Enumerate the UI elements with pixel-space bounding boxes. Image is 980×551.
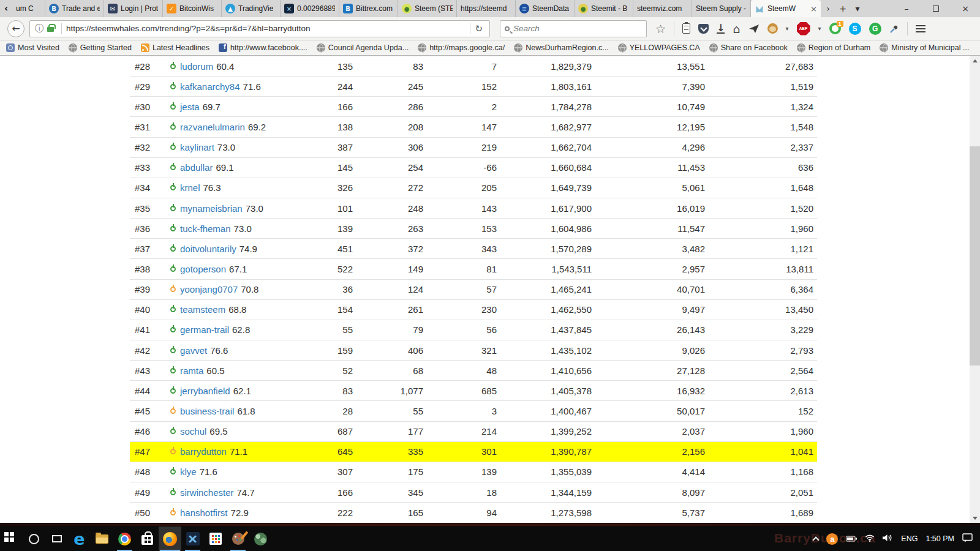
new-tab-button[interactable]: + — [835, 0, 850, 17]
username-link[interactable]: jesta — [180, 102, 200, 112]
scrollbar-thumb[interactable] — [970, 146, 980, 365]
tab-close-icon[interactable]: × — [808, 4, 817, 13]
action-center-icon[interactable] — [962, 533, 973, 545]
browser-tab[interactable]: ● Steem (STE — [398, 0, 457, 17]
username-link[interactable]: ramta — [180, 365, 203, 376]
url-bar[interactable]: ⓘ https://steemwhales.com/trending/?p=2&… — [29, 20, 490, 37]
wifi-icon[interactable] — [865, 533, 875, 544]
bookmark-item[interactable]: Latest Headlines — [141, 43, 209, 52]
username-link[interactable]: german-trail — [180, 324, 229, 335]
taskbar-globe-button[interactable] — [249, 527, 272, 551]
adblock-icon[interactable]: ABP — [797, 22, 810, 36]
maximize-button[interactable] — [921, 0, 951, 17]
language-indicator[interactable]: ENG — [901, 534, 918, 543]
username-link[interactable]: mynameisbrian — [180, 203, 243, 214]
bookmark-item[interactable]: http://maps.google.ca/ — [418, 43, 505, 52]
home-icon[interactable]: ⌂ — [733, 22, 740, 36]
adblock-dropdown-icon[interactable]: ▾ — [818, 25, 821, 32]
taskbar-store-button[interactable] — [136, 527, 159, 551]
minimize-button[interactable]: – — [892, 0, 921, 17]
username-link[interactable]: sirwinchester — [180, 487, 234, 498]
browser-tab[interactable]: ▲ TradingVie — [222, 0, 281, 17]
username-link[interactable]: doitvoluntarily — [180, 244, 236, 254]
taskbar-chrome-button[interactable] — [113, 527, 136, 551]
taskbar-edge-button[interactable]: e — [68, 527, 91, 551]
bookmark-item[interactable]: Council Agenda Upda... — [317, 43, 409, 52]
username-link[interactable]: sochul — [180, 426, 206, 437]
battery-icon[interactable] — [846, 533, 857, 544]
username-link[interactable]: barrydutton — [180, 446, 227, 457]
notifier-extension-icon[interactable]: 1 — [829, 23, 841, 34]
username-link[interactable]: abdullar — [180, 162, 213, 173]
browser-tab[interactable]: SteemW × — [751, 0, 821, 17]
bookmark-item[interactable]: Most Visited — [6, 43, 59, 52]
taskbar-taskview-button[interactable] — [45, 527, 68, 551]
scrollbar-up-icon[interactable] — [970, 56, 980, 66]
tab-list-dropdown-icon[interactable]: ▾ — [850, 0, 865, 17]
bookmark-item[interactable]: http://www.facebook.... — [219, 43, 307, 52]
scrollbar-down-icon[interactable] — [970, 513, 980, 523]
username-link[interactable]: gotoperson — [180, 264, 226, 274]
taskbar-cortana-button[interactable] — [23, 527, 45, 551]
browser-tab[interactable]: ≡ SteemData — [516, 0, 575, 17]
volume-icon[interactable] — [883, 533, 893, 544]
pocket-icon[interactable] — [698, 24, 709, 34]
username-link[interactable]: hanshotfirst — [180, 508, 228, 518]
bookmark-item[interactable]: Share on Facebook — [709, 43, 788, 52]
bookmark-item[interactable]: Getting Started — [69, 43, 132, 52]
bookmark-item[interactable]: YELLOWPAGES.CA — [618, 43, 700, 52]
username-link[interactable]: tuck-fheman — [180, 223, 231, 234]
menu-icon[interactable] — [916, 25, 925, 26]
browser-tab[interactable]: B Bittrex.com — [339, 0, 398, 17]
clipboard-icon[interactable] — [682, 23, 690, 34]
bookmark-item[interactable]: NewsDurhamRegion.c... — [514, 43, 608, 52]
username-link[interactable]: yoonjang0707 — [180, 284, 238, 294]
monkey-extension-icon[interactable] — [767, 23, 778, 34]
tray-app-icon[interactable]: a — [826, 533, 838, 545]
browser-tab[interactable]: Steem Supply - — [692, 0, 751, 17]
username-link[interactable]: krnel — [180, 182, 200, 193]
page-info-icon[interactable]: ⓘ — [35, 23, 43, 34]
browser-tab[interactable]: ● Steemit - B — [575, 0, 633, 17]
username-link[interactable]: kafkanarchy84 — [180, 81, 240, 92]
back-button[interactable]: ← — [7, 20, 24, 37]
username-link[interactable]: teamsteem — [180, 304, 225, 315]
taskbar-paint-button[interactable] — [227, 527, 249, 551]
downloads-icon[interactable]: ↓ — [717, 24, 725, 34]
scrollbar[interactable] — [970, 56, 980, 523]
username-link[interactable]: klye — [180, 467, 197, 477]
taskbar-explorer-button[interactable] — [91, 527, 113, 551]
username-link[interactable]: ludorum — [180, 61, 213, 72]
username-link[interactable]: razvanelulmarin — [180, 122, 245, 132]
browser-tab[interactable]: B Trade and e — [45, 0, 104, 17]
skype-icon[interactable]: S — [849, 23, 861, 35]
url-text[interactable]: https://steemwhales.com/trending/?p=2&s=… — [66, 24, 470, 33]
username-link[interactable]: business-trail — [180, 406, 234, 416]
bookmark-star-icon[interactable]: ☆ — [655, 22, 666, 36]
send-tab-icon[interactable] — [748, 24, 760, 34]
tray-expand-icon[interactable] — [813, 536, 820, 543]
grammarly-icon[interactable]: G — [869, 23, 881, 35]
taskbar-firefox-button[interactable] — [159, 527, 181, 551]
monkey-dropdown-icon[interactable]: ▾ — [786, 25, 789, 32]
tab-scroll-right-icon[interactable]: › — [821, 0, 835, 17]
taskbar-grid-button[interactable] — [204, 527, 227, 551]
browser-tab[interactable]: um C — [12, 0, 45, 17]
taskbar-start-button[interactable] — [0, 527, 23, 551]
browser-tab[interactable]: https://steemd — [457, 0, 516, 17]
bookmark-item[interactable]: Region of Durham — [797, 43, 870, 52]
taskbar-xapp-button[interactable] — [181, 527, 204, 551]
browser-tab[interactable]: steemviz.com — [633, 0, 692, 17]
bookmark-item[interactable]: Ministry of Municipal ... — [880, 43, 969, 52]
browser-tab[interactable]: ✉ Login | Prot — [104, 0, 163, 17]
reload-icon[interactable]: ↻ — [470, 23, 487, 34]
tab-scroll-left-icon[interactable]: ‹ — [0, 0, 12, 17]
browser-tab[interactable]: ✓ BitcoinWis — [163, 0, 222, 17]
username-link[interactable]: kaylinart — [180, 142, 214, 152]
search-bar[interactable] — [500, 20, 647, 37]
clock[interactable]: 1:50 PM — [925, 534, 954, 543]
username-link[interactable]: jerrybanfield — [180, 386, 230, 396]
browser-tab[interactable]: × 0.00296889 — [281, 0, 339, 17]
search-input[interactable] — [513, 24, 642, 33]
close-button[interactable]: × — [951, 0, 980, 17]
